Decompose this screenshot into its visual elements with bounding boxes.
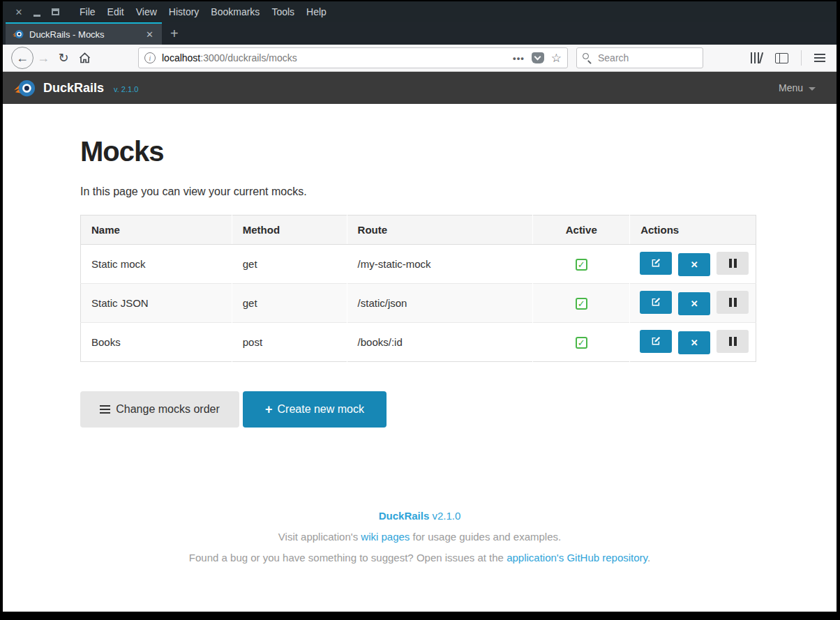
delete-button[interactable]: ✕ [678,253,710,276]
edit-button[interactable] [640,330,672,353]
sidebar-toggle-icon[interactable] [775,53,788,63]
change-mocks-order-button[interactable]: Change mocks order [80,391,239,428]
search-input[interactable] [598,52,689,63]
page-subtitle: In this page you can view your current m… [80,186,837,198]
mock-name: Static mock [81,245,232,284]
window-close-icon[interactable]: ✕ [14,7,24,17]
create-new-mock-button[interactable]: + Create new mock [243,391,387,428]
tab-duckrails-mocks[interactable]: DuckRails - Mocks ✕ [6,22,162,45]
back-button[interactable]: ← [11,47,33,69]
forward-button[interactable]: → [33,47,53,69]
tab-title: DuckRails - Mocks [29,29,143,40]
window-controls: ✕ [3,7,70,17]
wiki-pages-link[interactable]: wiki pages [361,531,410,543]
mock-name: Static JSON [81,284,232,323]
url-bar[interactable]: i localhost:3000/duckrails/mocks ••• ☆ [138,47,568,68]
chevron-down-icon [809,87,816,91]
page-content: Mocks In this page you can view your cur… [3,104,837,612]
edit-button[interactable] [640,291,672,314]
browser-menu-icon[interactable] [814,54,825,62]
duckrails-favicon [13,29,24,40]
footer-wiki-line: Visit application's wiki pages for usage… [80,531,759,543]
footer-brand-link[interactable]: DuckRails [379,510,430,522]
table-row: Static mock get /my-static-mock ✓ ✕ [81,245,756,284]
pause-button[interactable] [717,330,749,353]
edit-button[interactable] [640,252,672,275]
library-icon[interactable] [750,52,763,63]
tab-close-icon[interactable]: ✕ [143,28,156,41]
system-menubar: ✕ File Edit View History Bookmarks Tools… [3,1,837,22]
pause-icon [729,259,737,268]
footer-github-post: . [647,552,650,564]
pause-icon [729,298,737,307]
pause-button[interactable] [717,252,749,275]
mock-route: /my-static-mock [347,245,533,284]
header-method: Method [232,216,347,245]
url-text[interactable]: localhost:3000/duckrails/mocks [162,52,513,63]
header-actions: Actions [630,216,756,245]
pause-button[interactable] [717,291,749,314]
pause-icon [729,337,737,346]
header-active: Active [533,216,630,245]
menu-tools[interactable]: Tools [271,6,294,17]
table-row: Books post /books/:id ✓ ✕ [81,323,756,362]
toolbar-separator [801,50,802,66]
delete-button[interactable]: ✕ [678,292,710,315]
app-navbar: DuckRails v. 2.1.0 Menu [3,72,837,104]
footer-github-line: Found a bug or you have something to sug… [80,552,759,564]
footer-version-line: DuckRails v2.1.0 [80,510,759,522]
navbar-menu-dropdown[interactable]: Menu [779,82,816,93]
mocks-table: Name Method Route Active Actions Static … [80,215,756,362]
page-title: Mocks [80,136,837,167]
window-maximize-icon[interactable] [50,7,60,17]
menu-view[interactable]: View [136,6,157,17]
table-header-row: Name Method Route Active Actions [81,216,756,245]
active-checkbox-icon: ✓ [576,298,587,310]
menu-bookmarks[interactable]: Bookmarks [211,6,260,17]
change-order-label: Change mocks order [116,403,220,416]
search-icon [583,53,592,63]
mock-name: Books [81,323,232,362]
github-repo-link[interactable]: application's GitHub repository [507,552,647,564]
footer-wiki-pre: Visit application's [278,531,361,543]
bookmark-star-icon[interactable]: ☆ [551,51,562,66]
menu-history[interactable]: History [169,6,200,17]
mock-route: /static/json [347,284,533,323]
reorder-bars-icon [100,405,110,414]
header-route: Route [347,216,533,245]
mock-method: get [232,284,347,323]
brand-version: v. 2.1.0 [114,85,138,93]
x-icon: ✕ [691,338,698,348]
active-checkbox-icon: ✓ [576,259,587,271]
site-info-icon[interactable]: i [144,52,156,63]
edit-pencil-icon [651,258,661,268]
duckrails-logo-icon[interactable] [14,77,36,99]
home-icon [79,52,91,63]
footer-version-link[interactable]: v2.1.0 [432,510,460,522]
plus-icon: + [265,402,273,417]
url-domain: localhost [162,52,200,63]
brand-name[interactable]: DuckRails [43,81,104,96]
search-box[interactable] [576,47,703,68]
browser-toolbar: ← → ↻ i localhost:3000/duckrails/mocks •… [3,45,837,72]
url-path: :3000/duckrails/mocks [200,52,297,63]
mock-method: get [232,245,347,284]
table-row: Static JSON get /static/json ✓ ✕ [81,284,756,323]
menu-edit[interactable]: Edit [107,6,124,17]
page-actions-icon[interactable]: ••• [513,53,525,63]
new-tab-button[interactable]: + [162,22,187,45]
reload-button[interactable]: ↻ [53,47,74,69]
footer-wiki-post: for usage guides and examples. [410,531,561,543]
home-button[interactable] [74,47,95,69]
pocket-icon[interactable] [532,52,544,63]
mock-method: post [232,323,347,362]
menu-help[interactable]: Help [306,6,327,17]
navbar-menu-label: Menu [779,82,803,93]
menu-file[interactable]: File [80,6,96,17]
delete-button[interactable]: ✕ [678,331,710,354]
edit-pencil-icon [651,336,661,346]
x-icon: ✕ [691,259,698,270]
window-minimize-icon[interactable] [32,7,42,17]
mock-route: /books/:id [347,323,533,362]
edit-pencil-icon [651,297,661,307]
